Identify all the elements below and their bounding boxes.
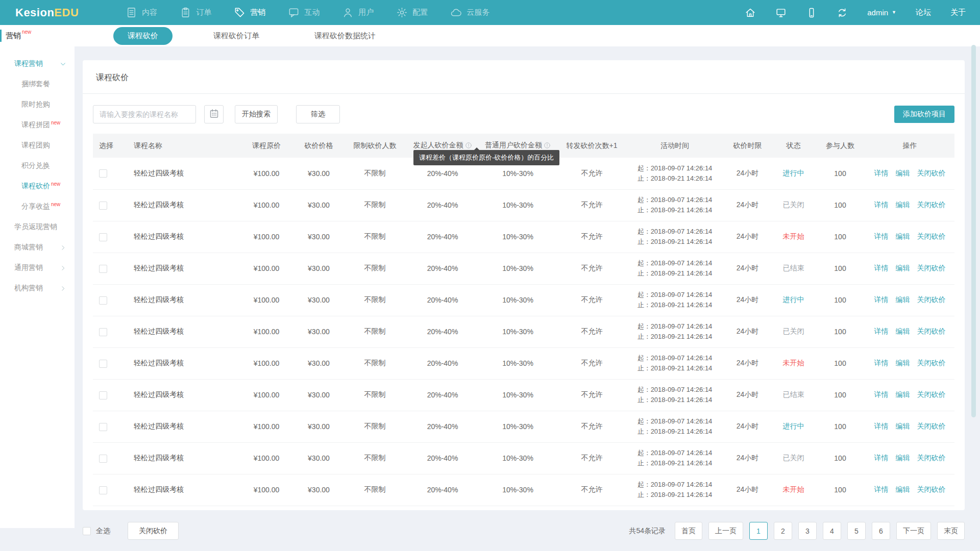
tab-2[interactable]: 课程砍价数据统计 [300,27,390,45]
sidebar-item-4[interactable]: 课程团购 [0,135,75,156]
close-bargain-link[interactable]: 关闭砍价 [917,327,946,335]
filter-button[interactable]: 筛选 [296,105,340,123]
sidebar-item-10[interactable]: 通用营销 [0,258,75,278]
row-checkbox[interactable] [99,486,107,494]
topbar-nav-interaction[interactable]: 互动 [288,7,320,18]
detail-link[interactable]: 详情 [874,327,889,335]
sidebar-item-1[interactable]: 捆绑套餐 [0,74,75,94]
sidebar-item-2[interactable]: 限时抢购 [0,94,75,115]
topbar-nav-users[interactable]: 用户 [342,7,374,18]
sidebar-item-3[interactable]: 课程拼团new [0,115,75,135]
detail-link[interactable]: 详情 [874,485,889,493]
row-checkbox[interactable] [99,169,107,178]
mobile-icon[interactable] [806,7,817,18]
row-checkbox[interactable] [99,360,107,368]
select-all-checkbox[interactable] [83,527,91,535]
detail-link[interactable]: 详情 [874,295,889,304]
close-bargain-link[interactable]: 关闭砍价 [917,454,946,462]
sidebar-item-8[interactable]: 学员返现营销 [0,217,75,237]
close-bargain-batch-button[interactable]: 关闭砍价 [128,522,179,540]
row-checkbox[interactable] [99,423,107,431]
page-button-4[interactable]: 4 [823,522,841,540]
edit-link[interactable]: 编辑 [896,390,910,398]
topbar-nav-config[interactable]: 配置 [396,7,428,18]
home-icon[interactable] [745,7,756,18]
topbar-nav-content[interactable]: 内容 [126,7,157,18]
page-button-下一页[interactable]: 下一页 [896,522,931,540]
document-icon [126,7,137,18]
edit-link[interactable]: 编辑 [896,169,910,177]
edit-link[interactable]: 编辑 [896,295,910,304]
close-bargain-link[interactable]: 关闭砍价 [917,295,946,304]
detail-link[interactable]: 详情 [874,390,889,398]
cell-actions: 详情编辑关闭砍价 [865,221,954,253]
row-checkbox[interactable] [99,202,107,210]
vertical-scrollbar[interactable] [971,45,976,417]
detail-link[interactable]: 详情 [874,201,889,209]
detail-link[interactable]: 详情 [874,264,889,272]
search-button[interactable]: 开始搜索 [235,105,278,123]
topbar-link-1[interactable]: 关于 [950,8,966,17]
page-button-末页[interactable]: 末页 [937,522,965,540]
row-checkbox[interactable] [99,233,107,241]
sidebar-item-0[interactable]: 课程营销 [0,54,75,74]
monitor-icon[interactable] [775,7,787,18]
admin-dropdown[interactable]: admin▼ [867,8,896,17]
page-button-6[interactable]: 6 [872,522,890,540]
detail-link[interactable]: 详情 [874,454,889,462]
sidebar-item-5[interactable]: 积分兑换 [0,156,75,176]
topbar-nav-marketing[interactable]: 营销 [234,7,265,18]
edit-link[interactable]: 编辑 [896,485,910,493]
close-bargain-link[interactable]: 关闭砍价 [917,201,946,209]
info-icon[interactable] [544,142,551,151]
detail-link[interactable]: 详情 [874,169,889,177]
sidebar-item-6[interactable]: 课程砍价new [0,176,75,196]
app-logo[interactable]: KesionEDU [15,6,79,19]
cell-course-name: 轻松过四级考核 [129,474,238,506]
info-icon[interactable] [465,142,472,151]
sidebar-item-11[interactable]: 机构营销 [0,278,75,298]
page-button-上一页[interactable]: 上一页 [708,522,743,540]
close-bargain-link[interactable]: 关闭砍价 [917,422,946,430]
page-button-2[interactable]: 2 [774,522,792,540]
close-bargain-link[interactable]: 关闭砍价 [917,264,946,272]
sidebar-item-7[interactable]: 分享收益new [0,196,75,217]
topbar-link-0[interactable]: 论坛 [916,8,931,17]
page-button-1[interactable]: 1 [749,522,768,540]
close-bargain-link[interactable]: 关闭砍价 [917,485,946,493]
edit-link[interactable]: 编辑 [896,422,910,430]
row-checkbox[interactable] [99,265,107,273]
row-checkbox[interactable] [99,296,107,305]
tab-1[interactable]: 课程砍价订单 [199,27,274,45]
sidebar-item-9[interactable]: 商城营销 [0,237,75,258]
edit-link[interactable]: 编辑 [896,359,910,367]
topbar-nav-cloud[interactable]: 云服务 [450,7,489,18]
date-picker-button[interactable] [204,105,224,123]
row-checkbox[interactable] [99,391,107,399]
add-bargain-button[interactable]: 添加砍价项目 [894,106,954,123]
close-bargain-link[interactable]: 关闭砍价 [917,232,946,240]
edit-link[interactable]: 编辑 [896,327,910,335]
refresh-icon[interactable] [837,7,848,18]
topbar-nav-orders[interactable]: 订单 [180,7,211,18]
col-header-label: 状态 [787,141,801,149]
edit-link[interactable]: 编辑 [896,454,910,462]
cell-duration: 24小时 [723,158,772,189]
row-checkbox[interactable] [99,455,107,463]
close-bargain-link[interactable]: 关闭砍价 [917,359,946,367]
page-button-首页[interactable]: 首页 [675,522,702,540]
page-button-3[interactable]: 3 [798,522,817,540]
tab-0[interactable]: 课程砍价 [113,27,173,45]
search-input[interactable] [93,105,196,123]
edit-link[interactable]: 编辑 [896,201,910,209]
row-checkbox[interactable] [99,328,107,336]
detail-link[interactable]: 详情 [874,422,889,430]
detail-link[interactable]: 详情 [874,232,889,240]
page-button-5[interactable]: 5 [847,522,866,540]
edit-link[interactable]: 编辑 [896,264,910,272]
detail-link[interactable]: 详情 [874,359,889,367]
close-bargain-link[interactable]: 关闭砍价 [917,390,946,398]
edit-link[interactable]: 编辑 [896,232,910,240]
close-bargain-link[interactable]: 关闭砍价 [917,169,946,177]
col-header-12: 操作 [865,134,954,158]
